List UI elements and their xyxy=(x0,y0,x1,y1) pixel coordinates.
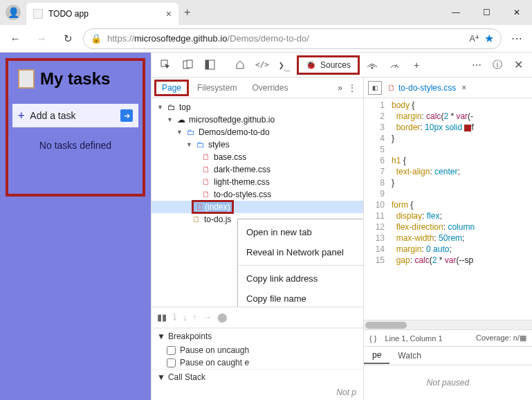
filesystem-subtab[interactable]: Filesystem xyxy=(190,80,244,96)
pretty-print-icon[interactable]: { } xyxy=(369,334,376,343)
code-editor[interactable]: 123456789101112131415 body { margin: cal… xyxy=(364,98,532,320)
scope-tab[interactable]: pe xyxy=(364,347,389,364)
minimize-button[interactable]: — xyxy=(441,2,471,23)
horizontal-scrollbar[interactable] xyxy=(364,320,532,329)
step-out-icon[interactable]: ↑ xyxy=(193,312,198,322)
submit-arrow-icon[interactable]: ➜ xyxy=(120,109,133,122)
bug-icon: 🐞 xyxy=(306,60,316,70)
tab-title: TODO app xyxy=(48,9,160,19)
editor-tabs: ◧ 🗋 to-do-styles.css × xyxy=(364,78,532,98)
css-file-icon: 🗋 xyxy=(387,83,396,93)
help-icon[interactable]: ⓘ xyxy=(488,55,507,75)
add-tab-icon[interactable]: + xyxy=(407,55,426,75)
editor-tab[interactable]: 🗋 to-do-styles.css × xyxy=(387,83,466,93)
dock-icon[interactable] xyxy=(200,55,219,75)
subtabs-chevron-icon[interactable]: » xyxy=(338,83,342,93)
page-favicon xyxy=(33,9,43,19)
devtools-toolbar: </> ❯_ 🐞 Sources + ⋯ ⓘ ✕ xyxy=(152,53,532,78)
sources-tab[interactable]: 🐞 Sources xyxy=(297,55,360,75)
editor-status-bar: { } Line 1, Column 1 Coverage: n/▦ xyxy=(364,329,532,346)
browser-menu-button[interactable]: ⋯ xyxy=(506,32,528,45)
devtools-more-icon[interactable]: ⋯ xyxy=(467,55,486,75)
not-paused-text: Not p xyxy=(152,385,363,400)
pause-uncaught-checkbox[interactable]: Pause on uncaugh xyxy=(152,344,363,356)
device-icon[interactable] xyxy=(178,55,197,75)
svg-rect-4 xyxy=(205,60,209,69)
close-tab-icon[interactable]: × xyxy=(166,8,172,19)
tree-row-index: 🗋(index) xyxy=(152,201,363,213)
pause-caught-checkbox[interactable]: Pause on caught e xyxy=(152,356,363,369)
welcome-icon[interactable] xyxy=(230,55,250,75)
performance-icon[interactable] xyxy=(385,55,404,75)
step-into-icon[interactable]: ↓ xyxy=(183,312,187,322)
close-editor-tab-icon[interactable]: × xyxy=(461,83,466,93)
watch-tab[interactable]: Watch xyxy=(389,348,430,363)
favorite-icon[interactable]: ★ xyxy=(484,32,494,45)
line-gutter: 123456789101112131415 xyxy=(364,98,389,320)
svg-rect-2 xyxy=(187,60,192,68)
refresh-button[interactable]: ↻ xyxy=(57,28,79,50)
ctx-copy-link[interactable]: Copy link address xyxy=(238,269,363,289)
read-aloud-icon[interactable]: A⁴ xyxy=(469,33,479,44)
ctx-reveal-network[interactable]: Reveal in Network panel xyxy=(238,242,363,262)
page-title: My tasks xyxy=(40,69,110,89)
context-menu: Open in new tab Reveal in Network panel … xyxy=(237,219,363,307)
back-button[interactable]: ← xyxy=(4,28,26,50)
scope-watch-tabs: pe Watch xyxy=(364,346,532,365)
close-window-button[interactable]: ✕ xyxy=(502,2,532,23)
toggle-navigator-icon[interactable]: ◧ xyxy=(368,81,382,95)
maximize-button[interactable]: ☐ xyxy=(471,2,502,23)
browser-tab[interactable]: TODO app × xyxy=(26,3,178,25)
webpage-panel: My tasks + Add a task ➜ No tasks defined xyxy=(0,53,151,400)
network-icon[interactable] xyxy=(363,55,382,75)
ctx-copy-filename[interactable]: Copy file name xyxy=(238,289,363,307)
add-task-placeholder: Add a task xyxy=(30,110,75,121)
empty-state-text: No tasks defined xyxy=(12,140,138,151)
svg-point-5 xyxy=(372,67,374,69)
coverage-status[interactable]: Coverage: n/▦ xyxy=(476,334,526,343)
subtabs-more-icon[interactable]: ⋮ xyxy=(348,83,356,93)
inspect-icon[interactable] xyxy=(156,55,175,75)
step-over-icon[interactable]: ⤵ xyxy=(172,312,177,322)
overrides-subtab[interactable]: Overrides xyxy=(245,80,295,96)
browser-titlebar: 👤 TODO app × + — ☐ ✕ xyxy=(0,0,532,25)
console-icon[interactable]: ❯_ xyxy=(275,55,294,75)
new-tab-button[interactable]: + xyxy=(184,6,190,19)
pause-icon[interactable]: ▮▮ xyxy=(157,312,167,322)
step-icon[interactable]: → xyxy=(203,312,212,322)
deactivate-bp-icon[interactable]: ⬤ xyxy=(217,312,228,322)
sources-subtabs: Page Filesystem Overrides »⋮ xyxy=(152,78,363,98)
address-bar: ← → ↻ 🔒 https://microsoftedge.github.io/… xyxy=(0,25,532,53)
scope-not-paused: Not paused xyxy=(364,365,532,400)
devtools-close-icon[interactable]: ✕ xyxy=(508,55,528,75)
add-task-input[interactable]: + Add a task ➜ xyxy=(12,104,138,127)
elements-icon[interactable]: </> xyxy=(253,55,272,75)
file-tree[interactable]: ▼🗀top ▼☁microsoftedge.github.io ▼🗀Demos/… xyxy=(152,98,363,307)
code-content[interactable]: body { margin: calc(2 * var(- border: 10… xyxy=(389,98,532,320)
debugger-pane: ▮▮ ⤵ ↓ ↑ → ⬤ ▼Breakpoints Pause on uncau… xyxy=(152,307,363,400)
lock-icon: 🔒 xyxy=(91,33,102,44)
plus-icon: + xyxy=(18,109,24,122)
clipboard-icon xyxy=(18,69,35,89)
ctx-open-new-tab[interactable]: Open in new tab xyxy=(238,222,363,242)
callstack-header[interactable]: ▼Call Stack xyxy=(152,370,363,385)
cursor-position: Line 1, Column 1 xyxy=(385,334,442,343)
page-subtab[interactable]: Page xyxy=(154,80,189,96)
forward-button: → xyxy=(30,28,53,50)
url-input[interactable]: 🔒 https://microsoftedge.github.io/Demos/… xyxy=(83,28,502,49)
devtools-panel: </> ❯_ 🐞 Sources + ⋯ ⓘ ✕ Page Filesystem xyxy=(151,53,532,400)
breakpoints-header[interactable]: ▼Breakpoints xyxy=(152,329,363,344)
profile-avatar[interactable]: 👤 xyxy=(6,5,21,20)
